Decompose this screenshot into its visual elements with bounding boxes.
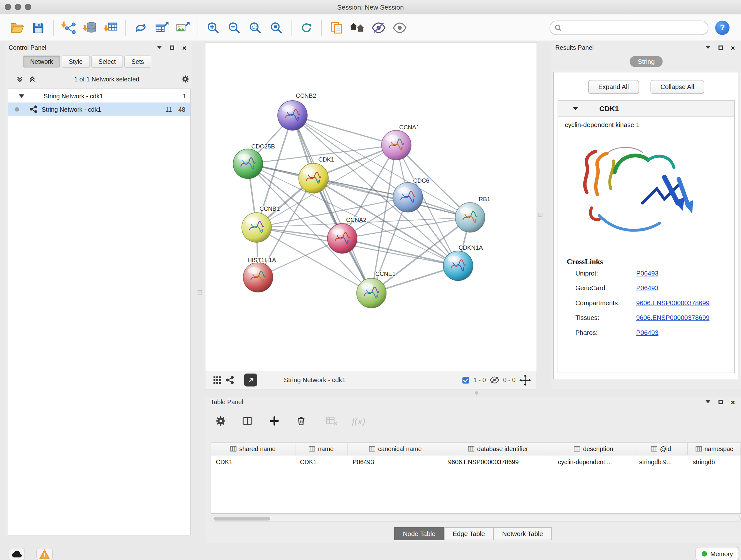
delete-table-button[interactable]: [324, 413, 340, 429]
hide-unhide-button[interactable]: [368, 17, 389, 38]
crosslink-uniprot-link[interactable]: P06493: [636, 270, 659, 277]
zoom-selected-button[interactable]: [266, 17, 287, 38]
open-session-button[interactable]: [7, 17, 28, 38]
network-collection-row[interactable]: String Network - cdk1 1: [8, 89, 190, 103]
network-node-CDKN1A[interactable]: [443, 251, 473, 281]
panel-float-button[interactable]: [716, 398, 725, 406]
tab-style[interactable]: Style: [62, 56, 90, 68]
zoom-out-button[interactable]: [224, 17, 245, 38]
network-options-button[interactable]: [181, 75, 190, 83]
search-input[interactable]: [564, 24, 703, 31]
save-session-button[interactable]: [28, 17, 49, 38]
birdseye-view-button[interactable]: [213, 376, 222, 384]
vertical-splitter-handle[interactable]: [198, 290, 202, 295]
table-horizontal-scrollbar[interactable]: [211, 516, 741, 522]
copy-button[interactable]: [326, 17, 347, 38]
collapse-arrow-icon[interactable]: [19, 94, 24, 98]
panel-menu-button[interactable]: [704, 398, 712, 406]
table-options-button[interactable]: [212, 413, 229, 429]
cell-namespace[interactable]: stringdb: [688, 458, 741, 465]
crosslink-compartments-link[interactable]: 9606.ENSP00000378699: [636, 300, 710, 307]
function-builder-button[interactable]: f(x): [350, 413, 367, 429]
cell-id[interactable]: stringdb:9...: [634, 458, 688, 465]
panel-menu-button[interactable]: [155, 44, 164, 51]
table-row[interactable]: CDK1 CDK1 P06493 9606.ENSP00000378699 cy…: [211, 455, 741, 468]
panel-close-button[interactable]: ×: [729, 398, 737, 406]
network-graph[interactable]: CCNB2CCNA1CDC25BCDK1CDC6RB1CCNB1CCNA2CDK…: [205, 43, 538, 372]
collapse-all-button[interactable]: Collapse All: [650, 80, 704, 94]
network-node-CCNB1[interactable]: [242, 212, 272, 242]
panel-close-button[interactable]: ×: [729, 44, 737, 51]
cell-shared-name[interactable]: CDK1: [211, 458, 295, 465]
warnings-button[interactable]: [37, 548, 53, 560]
double-home-icon: [350, 21, 365, 34]
zoom-fit-button[interactable]: [245, 17, 266, 38]
crosslink-pharos-link[interactable]: P06493: [636, 329, 659, 336]
network-node-CDK1[interactable]: [299, 164, 328, 193]
network-view[interactable]: CCNB2CCNA1CDC25BCDK1CDC6RB1CCNB1CCNA2CDK…: [205, 42, 537, 371]
home-button[interactable]: [347, 17, 368, 38]
new-network-from-selection-button[interactable]: [130, 17, 151, 38]
collapse-arrow-icon[interactable]: [572, 107, 578, 111]
network-overview-button[interactable]: [226, 376, 234, 384]
column-header-database-identifier[interactable]: database identifier: [443, 443, 553, 455]
network-node-CCNE1[interactable]: [357, 278, 387, 308]
memory-button[interactable]: Memory: [696, 547, 739, 560]
protein-card-header[interactable]: CDK1: [558, 101, 734, 117]
help-button[interactable]: ?: [715, 20, 730, 35]
selected-node-edge-count: 1 - 0: [473, 376, 486, 384]
cell-database-identifier[interactable]: 9606.ENSP00000378699: [443, 458, 553, 465]
tab-sets[interactable]: Sets: [125, 56, 151, 68]
tab-network[interactable]: Network: [23, 56, 60, 68]
results-tab-string[interactable]: String: [630, 56, 663, 67]
zoom-in-button[interactable]: [203, 17, 224, 38]
expand-all-button[interactable]: [28, 75, 37, 83]
panel-menu-button[interactable]: [704, 44, 712, 51]
vertical-splitter-handle[interactable]: [538, 212, 542, 217]
show-all-button[interactable]: [389, 17, 410, 38]
refresh-button[interactable]: [296, 17, 317, 38]
network-node-CDC6[interactable]: [393, 183, 423, 212]
crosslink-tissues-link[interactable]: 9606.ENSP00000378699: [636, 314, 710, 321]
column-header-id[interactable]: @id: [634, 443, 688, 455]
import-table-button[interactable]: [100, 17, 121, 38]
tab-edge-table[interactable]: Edge Table: [444, 527, 494, 541]
tab-select[interactable]: Select: [91, 56, 123, 68]
column-header-description[interactable]: description: [553, 443, 635, 455]
panel-float-button[interactable]: [167, 44, 176, 51]
crosslink-genecard-link[interactable]: P06493: [636, 285, 659, 292]
import-network-file-button[interactable]: [58, 17, 79, 38]
create-column-button[interactable]: [266, 413, 282, 429]
column-header-canonical-name[interactable]: canonical name: [348, 443, 443, 455]
import-network-database-button[interactable]: [79, 17, 100, 38]
network-node-RB1[interactable]: [455, 203, 485, 233]
node-label-HIST1H1A: HIST1H1A: [248, 257, 276, 263]
export-image-button[interactable]: [172, 17, 193, 38]
cell-canonical-name[interactable]: P06493: [348, 458, 443, 465]
expand-all-button[interactable]: Expand All: [588, 80, 639, 94]
export-table-button[interactable]: [151, 17, 172, 38]
collapse-all-button[interactable]: [15, 75, 24, 83]
cloud-status-button[interactable]: [9, 548, 25, 560]
network-node-CCNA2[interactable]: [327, 224, 357, 253]
horizontal-splitter-handle[interactable]: [475, 391, 478, 395]
column-header-namespace[interactable]: namespac: [688, 443, 741, 455]
tab-node-table[interactable]: Node Table: [394, 527, 444, 541]
pan-crosshair-icon[interactable]: [520, 374, 531, 386]
tab-network-table[interactable]: Network Table: [494, 527, 552, 541]
panel-float-button[interactable]: [716, 44, 725, 51]
network-node-CCNA1[interactable]: [382, 130, 411, 160]
cell-description[interactable]: cyclin-dependent ...: [553, 458, 635, 465]
network-row-selected[interactable]: String Network - cdk1 11 48: [8, 103, 190, 116]
network-node-HIST1H1A[interactable]: [243, 262, 273, 292]
network-node-CDC25B[interactable]: [233, 149, 263, 179]
cell-name[interactable]: CDK1: [295, 458, 348, 465]
column-header-name[interactable]: name: [295, 443, 348, 455]
scrollbar-thumb[interactable]: [213, 517, 270, 521]
panel-close-button[interactable]: ×: [180, 44, 189, 51]
show-columns-button[interactable]: [239, 413, 256, 429]
delete-column-button[interactable]: [293, 413, 309, 429]
network-node-CCNB2[interactable]: [278, 101, 307, 130]
column-header-shared-name[interactable]: shared name: [211, 443, 295, 455]
detach-view-button[interactable]: [244, 374, 257, 387]
